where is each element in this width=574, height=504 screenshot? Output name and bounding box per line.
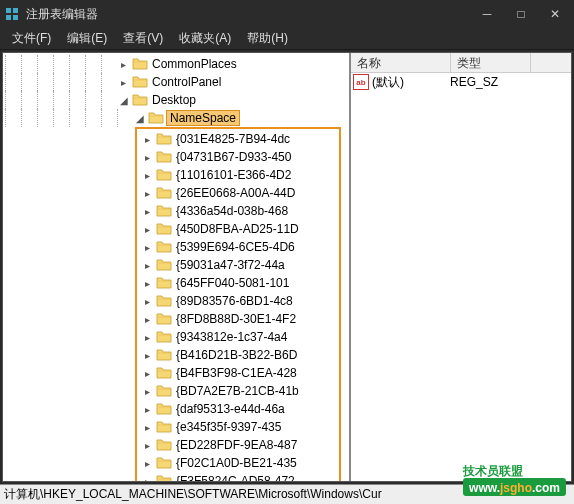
tree-node[interactable]: ▸{59031a47-3f72-44a	[137, 256, 339, 274]
folder-icon	[156, 294, 172, 308]
folder-icon	[156, 420, 172, 434]
minimize-button[interactable]: ─	[472, 4, 502, 24]
app-icon	[4, 6, 20, 22]
folder-icon	[156, 402, 172, 416]
folder-icon	[156, 168, 172, 182]
tree-label: {ED228FDF-9EA8-487	[174, 438, 299, 452]
tree-node[interactable]: ▸{04731B67-D933-450	[137, 148, 339, 166]
tree-label: ControlPanel	[150, 75, 223, 89]
expand-icon[interactable]: ▸	[141, 367, 154, 380]
expand-icon[interactable]: ▸	[141, 277, 154, 290]
tree-label: {F3F5824C-AD58-472	[174, 474, 297, 481]
tree-label: {26EE0668-A00A-44D	[174, 186, 297, 200]
svg-rect-0	[6, 8, 11, 13]
tree-label: {645FF040-5081-101	[174, 276, 291, 290]
menu-view[interactable]: 查看(V)	[115, 28, 171, 49]
menu-file[interactable]: 文件(F)	[4, 28, 59, 49]
svg-rect-2	[6, 15, 11, 20]
expand-icon[interactable]: ▸	[141, 331, 154, 344]
expand-icon[interactable]: ▸	[141, 169, 154, 182]
tree-node[interactable]: ▸{BD7A2E7B-21CB-41b	[137, 382, 339, 400]
tree-node-desktop[interactable]: ◢Desktop	[5, 91, 349, 109]
tree-label: {daf95313-e44d-46a	[174, 402, 287, 416]
tree-node[interactable]: ▸CommonPlaces	[5, 55, 349, 73]
folder-icon	[132, 57, 148, 71]
svg-rect-1	[13, 8, 18, 13]
tree-label: Desktop	[150, 93, 198, 107]
tree-pane[interactable]: ▸CommonPlaces▸ControlPanel◢Desktop◢NameS…	[3, 53, 351, 481]
expand-icon[interactable]: ▸	[117, 76, 130, 89]
tree-node[interactable]: ▸{4336a54d-038b-468	[137, 202, 339, 220]
folder-icon	[156, 186, 172, 200]
list-pane[interactable]: 名称 类型 ab (默认) REG_SZ	[351, 53, 571, 481]
folder-icon	[156, 348, 172, 362]
collapse-icon[interactable]: ◢	[133, 112, 146, 125]
tree-node[interactable]: ▸{e345f35f-9397-435	[137, 418, 339, 436]
tree-node[interactable]: ▸{F02C1A0D-BE21-435	[137, 454, 339, 472]
tree-node[interactable]: ▸{031E4825-7B94-4dc	[137, 130, 339, 148]
folder-icon	[156, 438, 172, 452]
expand-icon[interactable]: ▸	[141, 205, 154, 218]
expand-icon[interactable]: ▸	[141, 349, 154, 362]
tree-node[interactable]: ▸{daf95313-e44d-46a	[137, 400, 339, 418]
value-type: REG_SZ	[450, 75, 498, 89]
tree-label: {59031a47-3f72-44a	[174, 258, 287, 272]
folder-icon	[148, 111, 164, 125]
tree-node[interactable]: ▸{89D83576-6BD1-4c8	[137, 292, 339, 310]
menu-help[interactable]: 帮助(H)	[239, 28, 296, 49]
folder-icon	[156, 204, 172, 218]
expand-icon[interactable]: ▸	[141, 187, 154, 200]
expand-icon[interactable]: ▸	[141, 403, 154, 416]
expand-icon[interactable]: ▸	[141, 295, 154, 308]
tree-node[interactable]: ▸{5399E694-6CE5-4D6	[137, 238, 339, 256]
tree-label: CommonPlaces	[150, 57, 239, 71]
expand-icon[interactable]: ▸	[141, 475, 154, 482]
tree-label: {5399E694-6CE5-4D6	[174, 240, 297, 254]
folder-icon	[156, 150, 172, 164]
expand-icon[interactable]: ▸	[141, 151, 154, 164]
tree-node[interactable]: ▸{450D8FBA-AD25-11D	[137, 220, 339, 238]
expand-icon[interactable]: ▸	[141, 457, 154, 470]
expand-icon[interactable]: ▸	[141, 223, 154, 236]
tree-node[interactable]: ▸{ED228FDF-9EA8-487	[137, 436, 339, 454]
menu-edit[interactable]: 编辑(E)	[59, 28, 115, 49]
tree-node-namespace[interactable]: ◢NameSpace	[5, 109, 349, 127]
expand-icon[interactable]: ▸	[141, 385, 154, 398]
col-name[interactable]: 名称	[351, 53, 451, 72]
menu-favorites[interactable]: 收藏夹(A)	[171, 28, 239, 49]
tree-node[interactable]: ▸{26EE0668-A00A-44D	[137, 184, 339, 202]
folder-icon	[156, 276, 172, 290]
tree-node[interactable]: ▸ControlPanel	[5, 73, 349, 91]
list-header: 名称 类型	[351, 53, 571, 73]
col-type[interactable]: 类型	[451, 53, 531, 72]
tree-node[interactable]: ▸{11016101-E366-4D2	[137, 166, 339, 184]
expand-icon[interactable]: ▸	[141, 259, 154, 272]
window-title: 注册表编辑器	[26, 6, 472, 23]
expand-icon[interactable]: ▸	[141, 313, 154, 326]
tree-label: {BD7A2E7B-21CB-41b	[174, 384, 301, 398]
maximize-button[interactable]: □	[506, 4, 536, 24]
tree-node[interactable]: ▸{645FF040-5081-101	[137, 274, 339, 292]
tree-node[interactable]: ▸{9343812e-1c37-4a4	[137, 328, 339, 346]
folder-icon	[156, 312, 172, 326]
tree-label: {89D83576-6BD1-4c8	[174, 294, 295, 308]
tree-node[interactable]: ▸{8FD8B88D-30E1-4F2	[137, 310, 339, 328]
list-row[interactable]: ab (默认) REG_SZ	[351, 73, 571, 91]
collapse-icon[interactable]: ◢	[117, 94, 130, 107]
tree-node[interactable]: ▸{F3F5824C-AD58-472	[137, 472, 339, 481]
namespace-children-group: ▸{031E4825-7B94-4dc▸{04731B67-D933-450▸{…	[135, 127, 341, 481]
expand-icon[interactable]: ▸	[141, 421, 154, 434]
expand-icon[interactable]: ▸	[117, 58, 130, 71]
value-name: (默认)	[372, 74, 450, 91]
expand-icon[interactable]: ▸	[141, 133, 154, 146]
tree-label: {B4FB3F98-C1EA-428	[174, 366, 299, 380]
tree-label: {F02C1A0D-BE21-435	[174, 456, 299, 470]
folder-icon	[156, 258, 172, 272]
expand-icon[interactable]: ▸	[141, 241, 154, 254]
close-button[interactable]: ✕	[540, 4, 570, 24]
expand-icon[interactable]: ▸	[141, 439, 154, 452]
tree-label: {450D8FBA-AD25-11D	[174, 222, 301, 236]
tree-node[interactable]: ▸{B4FB3F98-C1EA-428	[137, 364, 339, 382]
tree-label: {B416D21B-3B22-B6D	[174, 348, 299, 362]
tree-node[interactable]: ▸{B416D21B-3B22-B6D	[137, 346, 339, 364]
